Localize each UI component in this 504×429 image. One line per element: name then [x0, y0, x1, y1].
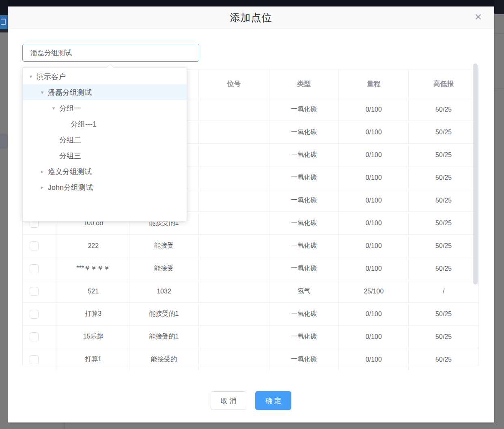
cell-tag	[199, 326, 269, 348]
column-header: 量程	[339, 69, 409, 98]
cell-alarm: 50/25	[409, 144, 478, 166]
caret-right-icon[interactable]: ▸	[37, 184, 47, 190]
cell-name: 打算1	[57, 348, 129, 371]
tree-item-label: John分组测试	[48, 183, 93, 192]
table-row: 222能接受一氧化碳0/10050/25	[23, 235, 478, 257]
row-checkbox[interactable]	[30, 241, 39, 250]
cell-tag	[199, 303, 269, 325]
tree-item-label: 演示客户	[37, 72, 66, 82]
cell-range: 0/100	[339, 235, 409, 257]
cell-desc: 能接受	[129, 235, 199, 257]
cell-range: 25/100	[339, 280, 409, 302]
row-checkbox[interactable]	[30, 310, 39, 319]
tree-item[interactable]: ▾潘磊分组测试	[23, 84, 187, 100]
cell-name: 打算3	[57, 303, 129, 325]
cell-type: 氢气	[269, 280, 339, 302]
cell-name: 15乐趣	[57, 326, 129, 348]
cell-type: 一氧化碳	[269, 257, 339, 280]
backdrop-line	[494, 33, 504, 34]
cell-alarm: 50/25	[409, 189, 478, 211]
cell-type: 一氧化碳	[269, 303, 339, 325]
vertical-scrollbar-thumb[interactable]	[473, 63, 478, 285]
row-checkbox[interactable]	[30, 355, 39, 364]
tree-item-label: 潘磊分组测试	[48, 88, 92, 97]
app-topbar	[0, 0, 504, 6]
table-row: 打算1能接受的一氧化碳0/10050/25	[23, 348, 478, 371]
table-row: 15乐趣能接受的1一氧化碳0/10050/25	[23, 326, 478, 348]
cell-tag	[199, 348, 269, 371]
cell-range: 0/100	[339, 303, 409, 325]
dialog-title: 添加点位	[8, 6, 494, 28]
cell-alarm: 50/25	[409, 166, 478, 189]
cancel-button[interactable]: 取消	[211, 391, 246, 410]
checkbox-cell	[23, 257, 57, 280]
cell-type: 一氧化碳	[269, 98, 339, 121]
cell-range: 0/100	[339, 348, 409, 371]
tree-item[interactable]: ▾分组一	[23, 100, 187, 116]
cell-type: 一氧化碳	[269, 235, 339, 257]
cell-desc: 能接受的1	[129, 326, 199, 348]
row-checkbox[interactable]	[30, 264, 39, 273]
cell-type: 一氧化碳	[269, 166, 339, 189]
cell-alarm: 50/25	[409, 235, 478, 257]
cell-desc: 1032	[129, 280, 199, 302]
checkbox-cell	[23, 303, 57, 325]
cell-range: 0/100	[339, 144, 409, 166]
cell-type: 一氧化碳	[269, 144, 339, 166]
close-icon[interactable]: ✕	[472, 6, 485, 28]
table-row: ***￥￥￥￥能接受一氧化碳0/10050/25	[23, 257, 478, 280]
caret-down-icon[interactable]: ▾	[49, 105, 58, 111]
cell-desc: 能接受	[129, 257, 199, 280]
tree-item-label: 分组---1	[71, 119, 97, 129]
cell-type: 一氧化碳	[269, 326, 339, 348]
cell-type: 一氧化碳	[269, 348, 339, 371]
app-sidebar-active-item	[0, 15, 8, 29]
cell-range: 0/100	[339, 98, 409, 121]
tree-item[interactable]: ▸遵义分组测试	[23, 164, 187, 179]
caret-down-icon[interactable]: ▾	[37, 89, 47, 95]
cell-name: 521	[57, 280, 129, 302]
row-checkbox[interactable]	[30, 287, 39, 296]
table-row: 打算3能接受的1一氧化碳0/10050/25	[23, 303, 478, 326]
cell-type: 一氧化碳	[269, 212, 339, 234]
tree-item[interactable]: 分组二	[23, 132, 187, 148]
tree-item[interactable]: 分组---1	[23, 116, 187, 132]
cell-alarm: /	[409, 280, 478, 302]
app-sidebar-icon	[1, 19, 6, 25]
tree-item[interactable]: ▾演示客户	[23, 69, 187, 84]
backdrop-line	[494, 88, 504, 89]
cell-tag	[199, 166, 269, 189]
tree-item-label: 分组三	[59, 151, 81, 161]
row-checkbox[interactable]	[30, 332, 39, 341]
cell-tag	[199, 98, 269, 121]
cell-alarm: 50/25	[409, 212, 478, 234]
cell-range: 0/100	[339, 166, 409, 189]
tree-item-label: 分组一	[59, 103, 81, 113]
cell-range: 0/100	[339, 189, 409, 211]
cell-alarm: 50/25	[409, 98, 478, 121]
caret-down-icon[interactable]: ▾	[26, 73, 36, 80]
cell-name: ***￥￥￥￥	[57, 257, 129, 280]
app-topbar-right	[494, 0, 504, 14]
cell-tag	[199, 189, 269, 211]
cell-range: 0/100	[339, 121, 409, 143]
caret-right-icon[interactable]: ▸	[37, 168, 47, 175]
tree-item[interactable]: 分组三	[23, 148, 187, 164]
group-tree-dropdown: ▾演示客户▾潘磊分组测试▾分组一分组---1分组二分组三▸遵义分组测试▸John…	[22, 67, 187, 222]
cell-desc: 能接受的1	[129, 303, 199, 325]
group-search-input[interactable]	[22, 44, 199, 62]
cell-name: 222	[57, 235, 129, 257]
tree-item[interactable]: ▸John分组测试	[23, 179, 187, 195]
cell-tag	[199, 121, 269, 143]
cell-desc: 能接受的	[129, 348, 199, 371]
cell-tag	[199, 212, 269, 234]
checkbox-cell	[23, 280, 57, 302]
cell-alarm: 50/25	[409, 348, 478, 371]
tree-item-label: 遵义分组测试	[48, 167, 92, 177]
checkbox-cell	[23, 326, 57, 348]
cell-type: 一氧化碳	[269, 189, 339, 211]
app-sidebar-shadow	[0, 29, 8, 32]
app-sidebar-item	[0, 134, 8, 149]
confirm-button[interactable]: 确定	[255, 391, 291, 410]
tree-item-label: 分组二	[59, 135, 81, 145]
